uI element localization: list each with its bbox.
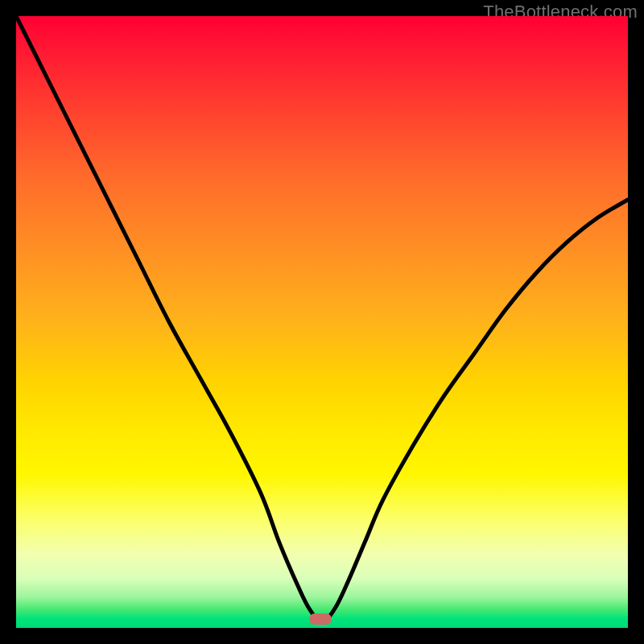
curve-path [16, 16, 628, 621]
chart-frame: TheBottleneck.com [0, 0, 644, 644]
optimal-marker [309, 613, 332, 625]
bottleneck-curve [16, 16, 628, 628]
plot-area [16, 16, 628, 628]
